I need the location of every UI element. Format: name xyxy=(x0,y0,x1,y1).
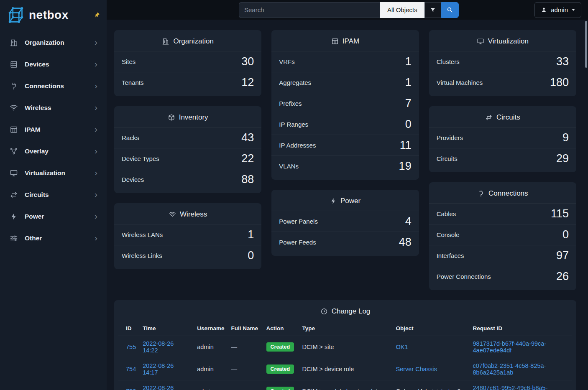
request-id-link[interactable]: 9817317d-b67f-440a-99ca-4ae07ede94df xyxy=(473,340,547,354)
sidebar-item-connections[interactable]: Connections › xyxy=(4,75,102,97)
sidebar-item-organization[interactable]: Organization › xyxy=(4,32,102,54)
change-id-link[interactable]: 755 xyxy=(126,344,136,350)
stat-row: IP Ranges 0 xyxy=(271,114,419,135)
wireless-card: Wireless Wireless LANs 1 Wireless Links … xyxy=(114,203,261,269)
card-title: IPAM xyxy=(271,30,419,51)
stat-value[interactable]: 30 xyxy=(241,56,254,68)
changelog-table-wrap: ID Time Username Full Name Action Type O… xyxy=(114,321,576,390)
stat-row: Providers 9 xyxy=(429,127,576,148)
ipam-grid-icon xyxy=(9,125,18,134)
chevron-right-icon: › xyxy=(95,168,97,178)
inventory-card: Inventory Racks 43 Device Types 22 Devic… xyxy=(114,106,261,193)
change-id-link[interactable]: 754 xyxy=(126,366,136,372)
table-header-row: ID Time Username Full Name Action Type O… xyxy=(118,321,572,336)
stats-column-2: IPAM VRFs 1 Aggregates 1 Prefixes 7 xyxy=(271,30,419,256)
card-title: Change Log xyxy=(114,300,576,321)
change-time-link[interactable]: 2022-08-26 14:22 xyxy=(143,340,174,354)
topbar: All Objects admin xyxy=(107,0,588,20)
stat-row: Aggregates 1 xyxy=(271,72,419,93)
stat-row: Devices 88 xyxy=(114,169,261,190)
sidebar-item-circuits[interactable]: Circuits › xyxy=(4,184,102,206)
stats-column-3: Virtualization Clusters 33 Virtual Machi… xyxy=(429,30,576,290)
stat-row: Prefixes 7 xyxy=(271,93,419,114)
filter-button[interactable] xyxy=(424,2,441,18)
sidebar-item-wireless[interactable]: Wireless › xyxy=(4,97,102,119)
cell-object: OnboardAdministrator-2 xyxy=(393,380,470,390)
stat-value[interactable]: 48 xyxy=(399,236,412,249)
stat-row: Tenants 12 xyxy=(114,72,261,93)
stat-value[interactable]: 19 xyxy=(399,160,412,173)
change-id-link[interactable]: 753 xyxy=(126,388,136,390)
sidebar-item-label: Other xyxy=(25,235,88,242)
change-time-link[interactable]: 2022-08-26 14:17 xyxy=(143,362,174,376)
organization-card: Organization Sites 30 Tenants 12 xyxy=(114,30,261,96)
stat-value[interactable]: 26 xyxy=(556,270,569,283)
chevron-right-icon: › xyxy=(95,59,97,69)
search-form: All Objects xyxy=(239,2,459,18)
stat-value[interactable]: 1 xyxy=(405,76,412,89)
power-bolt-icon xyxy=(9,212,18,221)
pin-icon[interactable] xyxy=(92,10,101,19)
search-icon xyxy=(446,6,453,13)
stat-value[interactable]: 0 xyxy=(248,250,254,262)
request-id-link[interactable]: 24807c61-9952-49c6-b8a5-69760bfcc4b3 xyxy=(473,385,548,390)
ipam-card: IPAM VRFs 1 Aggregates 1 Prefixes 7 xyxy=(271,30,419,180)
stat-value[interactable]: 1 xyxy=(248,229,254,241)
stat-value[interactable]: 97 xyxy=(556,250,569,262)
person-icon xyxy=(541,7,547,13)
sidebar-item-other[interactable]: Other › xyxy=(4,227,102,249)
monitor-icon xyxy=(477,38,484,45)
sidebar-item-ipam[interactable]: IPAM › xyxy=(4,119,102,140)
stat-value[interactable]: 4 xyxy=(405,215,412,228)
stat-value[interactable]: 43 xyxy=(241,132,254,144)
stat-value[interactable]: 88 xyxy=(241,173,254,186)
scrollbar-thumb[interactable] xyxy=(585,21,587,68)
stat-value[interactable]: 1 xyxy=(405,56,412,68)
col-action: Action xyxy=(263,321,299,336)
stat-value[interactable]: 33 xyxy=(556,56,569,68)
stat-value[interactable]: 12 xyxy=(241,76,254,89)
sidebar-item-overlay[interactable]: Overlay › xyxy=(4,140,102,162)
overlay-graph-icon xyxy=(9,147,18,155)
col-time: Time xyxy=(139,321,194,336)
dashboard: Organization Sites 30 Tenants 12 xyxy=(107,20,588,390)
stat-row: Clusters 33 xyxy=(429,51,576,72)
sidebar-item-power[interactable]: Power › xyxy=(4,206,102,227)
stat-value[interactable]: 29 xyxy=(556,153,569,165)
stat-value[interactable]: 180 xyxy=(550,76,569,89)
stat-value[interactable]: 11 xyxy=(400,139,412,152)
sidebar-item-virtualization[interactable]: Virtualization › xyxy=(4,162,102,184)
search-input[interactable] xyxy=(239,2,380,18)
col-fullname: Full Name xyxy=(228,321,263,336)
chevron-right-icon: › xyxy=(95,146,97,156)
object-link[interactable]: OK1 xyxy=(396,344,408,350)
chevron-right-icon: › xyxy=(95,212,97,222)
change-time-link[interactable]: 2022-08-26 14:15 xyxy=(143,385,174,390)
object-link[interactable]: Server Chassis xyxy=(396,366,437,372)
stat-value[interactable]: 7 xyxy=(405,97,412,110)
object-type-dropdown[interactable]: All Objects xyxy=(380,2,424,18)
stat-row: Console 0 xyxy=(429,224,576,245)
stat-value[interactable]: 0 xyxy=(562,229,569,241)
stat-row: Wireless Links 0 xyxy=(114,245,261,266)
stat-row: Power Connections 26 xyxy=(429,266,576,287)
request-id-link[interactable]: c07f0ab2-2351-4c58-825a-8b6a2425a1ab xyxy=(473,362,546,376)
user-menu-button[interactable]: admin xyxy=(534,2,581,18)
stat-value[interactable]: 0 xyxy=(405,118,412,131)
sidebar-item-devices[interactable]: Devices › xyxy=(4,54,102,75)
stat-value[interactable]: 9 xyxy=(562,132,569,144)
changelog-table: ID Time Username Full Name Action Type O… xyxy=(118,321,572,390)
netbox-logo[interactable]: netbox xyxy=(7,7,69,23)
stat-value[interactable]: 115 xyxy=(551,208,569,220)
stat-row: Interfaces 97 xyxy=(429,245,576,266)
search-button[interactable] xyxy=(441,2,459,18)
stat-value[interactable]: 22 xyxy=(241,153,254,165)
stat-row: Device Types 22 xyxy=(114,148,261,169)
stat-row: Cables 115 xyxy=(429,203,576,224)
changelog-card: Change Log ID Time Username Full Name Ac… xyxy=(114,300,576,390)
brand-header: netbox xyxy=(0,0,107,29)
col-request-id: Request ID xyxy=(470,321,573,336)
col-id: ID xyxy=(118,321,139,336)
building-icon xyxy=(9,38,18,47)
chevron-right-icon: › xyxy=(95,81,97,91)
